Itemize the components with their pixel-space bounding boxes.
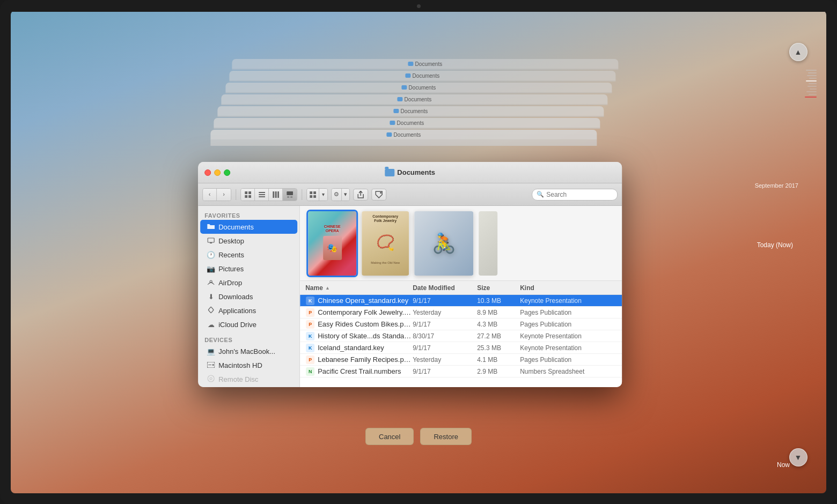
sidebar-item-macbook[interactable]: 💻 John's MacBook... — [200, 344, 297, 358]
minimize-button[interactable] — [214, 169, 221, 176]
folder-icon — [385, 169, 394, 176]
file-date: 9/1/17 — [413, 368, 477, 375]
stacked-win-4: Documents — [217, 106, 604, 116]
cancel-button[interactable]: Cancel — [365, 428, 414, 445]
sidebar-item-icloud[interactable]: ☁ iCloud Drive — [200, 317, 297, 331]
wallpaper: Documents Documents Documents — [11, 11, 826, 493]
maximize-button[interactable] — [224, 169, 230, 176]
forward-button[interactable]: › — [217, 189, 231, 201]
sidebar-item-pictures[interactable]: 📷 Pictures — [200, 262, 297, 276]
keynote-icon: K — [305, 343, 315, 353]
preview-thumb-opera[interactable]: CHINESEOPERA 🎭 Chinese Opera_standard.ke… — [308, 211, 356, 276]
gear-icon-part[interactable]: ⚙ — [332, 189, 342, 201]
table-row[interactable]: P Easy Rides Custom Bikes.pages 9/1/17 4… — [300, 318, 622, 330]
close-button[interactable] — [204, 169, 211, 176]
back-button[interactable]: ‹ — [203, 189, 217, 201]
file-size: 2.9 MB — [477, 368, 520, 375]
svg-rect-16 — [313, 195, 316, 198]
file-name: History of Skate...ds Standard.key — [318, 332, 413, 340]
file-size: 4.3 MB — [477, 321, 520, 328]
sidebar-item-label: Desktop — [218, 237, 244, 245]
stacked-win-2: Documents — [210, 130, 597, 139]
file-area: CHINESEOPERA 🎭 Chinese Opera_standard.ke… — [300, 206, 622, 387]
stacked-win-5-body — [221, 104, 607, 105]
share-button[interactable] — [353, 189, 368, 201]
devices-header: Devices — [198, 335, 299, 344]
sidebar-item-label: Downloads — [218, 293, 253, 301]
timemachine-up-button[interactable]: ▲ — [789, 43, 807, 61]
col-header-name[interactable]: Name ▲ — [305, 284, 413, 292]
view-list-button[interactable] — [255, 189, 269, 201]
svg-rect-5 — [259, 194, 265, 195]
sidebar-item-macintosh-hd[interactable]: Macintosh HD — [200, 358, 297, 372]
sidebar-item-remote-disc[interactable]: Remote Disc — [200, 372, 297, 386]
window-title: Documents — [385, 168, 435, 176]
keynote-icon: K — [305, 331, 315, 341]
timemachine-down-button[interactable]: ▼ — [789, 448, 807, 466]
svg-point-17 — [380, 192, 381, 194]
preview-thumb-bikes[interactable]: 🚴 — [414, 211, 473, 276]
file-list: Name ▲ Date Modified Size Kind — [300, 281, 622, 387]
hdd-icon — [207, 361, 215, 369]
group-chevron-part[interactable]: ▾ — [319, 189, 327, 201]
toolbar-sep-1 — [236, 189, 236, 200]
sidebar-item-label: iCloud Drive — [218, 321, 256, 329]
preview-thumb-jewelry[interactable]: ContemporaryFolk Jewelry 📿 Making the Ol… — [362, 211, 409, 276]
svg-point-25 — [210, 377, 212, 380]
file-name: Iceland_standard.key — [318, 344, 413, 352]
sidebar-item-label: Macintosh HD — [218, 361, 262, 369]
svg-rect-4 — [259, 192, 265, 193]
stacked-win-3: Documents — [214, 118, 600, 128]
svg-rect-13 — [310, 191, 312, 194]
gear-chevron-part[interactable]: ▾ — [342, 189, 349, 201]
sidebar-item-downloads[interactable]: ⬇ Downloads — [200, 290, 297, 303]
sidebar-item-airdrop[interactable]: AirDrop — [200, 276, 297, 290]
svg-point-22 — [212, 364, 214, 366]
file-kind: Numbers Spreadsheet — [520, 368, 616, 375]
preview-thumb-extra[interactable] — [479, 211, 497, 276]
sidebar-item-documents[interactable]: Documents — [200, 220, 297, 234]
view-columns-button[interactable] — [269, 189, 283, 201]
restore-button[interactable]: Restore — [420, 428, 472, 445]
table-row[interactable]: N Pacific Crest Trail.numbers 9/1/17 2.9… — [300, 366, 622, 377]
view-icon-button[interactable] — [241, 189, 255, 201]
svg-rect-10 — [287, 191, 293, 195]
svg-rect-11 — [287, 196, 289, 198]
keynote-icon: K — [305, 296, 315, 306]
view-cover-button[interactable] — [283, 189, 297, 201]
file-name: Chinese Opera_standard.key — [318, 297, 413, 305]
table-row[interactable]: K Iceland_standard.key 9/1/17 25.3 MB Ke… — [300, 342, 622, 354]
col-header-date[interactable]: Date Modified — [413, 284, 477, 292]
table-row[interactable]: K Chinese Opera_standard.key 9/1/17 10.3… — [300, 295, 622, 307]
stacked-win-7: Documents — [229, 71, 615, 80]
sidebar-item-applications[interactable]: Applications — [200, 303, 297, 317]
camera-bar — [0, 0, 837, 12]
svg-rect-19 — [210, 242, 212, 243]
stacked-win-8: Documents — [232, 59, 618, 69]
stacked-win-6-body — [225, 92, 612, 93]
camera-dot — [417, 4, 421, 8]
search-input[interactable] — [546, 191, 611, 198]
download-icon: ⬇ — [207, 293, 215, 301]
svg-rect-7 — [273, 191, 274, 198]
file-date: 9/1/17 — [413, 321, 477, 328]
sidebar-item-desktop[interactable]: Desktop — [200, 234, 297, 248]
col-header-size[interactable]: Size — [477, 284, 520, 292]
file-name: Pacific Crest Trail.numbers — [318, 367, 413, 375]
sidebar-item-recents[interactable]: 🕐 Recents — [200, 248, 297, 262]
table-row[interactable]: P Lebanese Family Recipes.pages Yesterda… — [300, 354, 622, 366]
file-size: 4.1 MB — [477, 356, 520, 364]
file-size: 8.9 MB — [477, 309, 520, 316]
sidebar: Favorites Documents Desktop — [198, 206, 300, 387]
stacked-win-2-body — [210, 139, 597, 146]
table-row[interactable]: P Contemporary Folk Jewelry.pages Yester… — [300, 307, 622, 318]
tag-button[interactable] — [371, 189, 386, 201]
group-icon-part[interactable] — [307, 189, 319, 201]
col-header-kind[interactable]: Kind — [520, 284, 616, 292]
file-kind: Pages Publication — [520, 309, 616, 316]
search-box[interactable]: 🔍 — [532, 189, 618, 201]
table-row[interactable]: K History of Skate...ds Standard.key 8/3… — [300, 330, 622, 342]
file-list-header: Name ▲ Date Modified Size Kind — [300, 281, 622, 295]
stacked-windows: Documents Documents Documents — [210, 59, 618, 166]
file-name: Easy Rides Custom Bikes.pages — [318, 320, 413, 328]
